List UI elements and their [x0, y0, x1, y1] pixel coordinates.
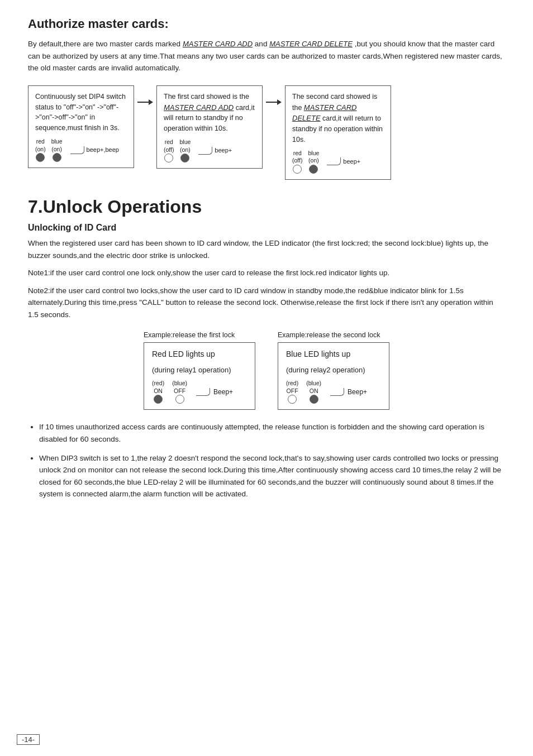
example-2-block: Example:release the second lock Blue LED… — [278, 331, 389, 410]
master-add-italic: MASTER CARD ADD — [164, 103, 234, 112]
bullet-item-1: If 10 times unauthorized access cards ar… — [39, 421, 505, 445]
master-delete-link: MASTER CARD DELETE — [269, 40, 353, 48]
flow-box-3: The second card showed is the MASTER CAR… — [285, 85, 391, 180]
flow-diagram: Continuously set DIP4 switch status to "… — [28, 85, 505, 180]
ex2-blue-on — [310, 395, 318, 404]
page-number: -14- — [17, 734, 40, 745]
example-2-indicator: (red) OFF (blue) ON Beep+ — [286, 380, 381, 404]
ex1-blue-off — [175, 395, 184, 404]
unlock-section: 7.Unlock Operations Unlocking of ID Card… — [28, 197, 505, 500]
red-led-off — [164, 154, 173, 162]
blue-led-on-3 — [309, 165, 318, 174]
example-1-subtitle: (during relay1 operation) — [152, 365, 247, 376]
authorize-section: Authorize master cards: By default,there… — [28, 17, 505, 180]
authorize-title: Authorize master cards: — [28, 17, 505, 31]
unlock-note2: Note2:if the user card control two locks… — [28, 285, 505, 321]
flow-box-2: The first card showed is the MASTER CARD… — [156, 85, 263, 169]
svg-marker-3 — [277, 99, 282, 105]
example-1-box: Red LED lights up (during relay1 operati… — [144, 342, 255, 410]
beep-curve-ex2 — [330, 388, 344, 396]
red-led-on — [36, 153, 45, 162]
flow-box-2-beep: beep+ — [197, 146, 232, 155]
authorize-connector: and — [255, 40, 268, 48]
example-2-beep: Beep+ — [329, 387, 367, 397]
flow-box-1-beep: beep+,beep — [69, 145, 119, 155]
example-2-title: Blue LED lights up — [286, 348, 381, 360]
flow-box-1-indicator: red (on) blue (on) beep+,beep — [35, 138, 127, 162]
flow-box-2-indicator: red (off) blue (on) beep+ — [164, 138, 255, 162]
example-section: Example:release the first lock Red LED l… — [28, 331, 505, 410]
authorize-intro-text: By default,there are two master cards ma… — [28, 40, 180, 48]
ex2-red-off — [288, 395, 297, 404]
flow-box-3-indicator: red (off) blue (on) beep+ — [292, 150, 384, 174]
master-add-link: MASTER CARD ADD — [183, 40, 253, 48]
flow-box-2-led2: blue (on) — [179, 138, 191, 162]
blue-led-on-2 — [180, 154, 189, 162]
beep-curve-ex1 — [196, 388, 210, 396]
example-1-led1: (red) ON — [152, 380, 164, 404]
beep-curve-icon-2 — [198, 147, 212, 155]
flow-box-1: Continuously set DIP4 switch status to "… — [28, 85, 134, 168]
example-1-label: Example:release the first lock — [144, 331, 255, 339]
beep-curve-icon — [70, 146, 84, 154]
flow-box-3-led2: blue (on) — [308, 150, 319, 174]
example-1-title: Red LED lights up — [152, 348, 247, 360]
flow-box-1-led1: red (on) — [35, 138, 46, 162]
authorize-intro-paragraph: By default,there are two master cards ma… — [28, 38, 505, 74]
ex1-red-on — [154, 395, 163, 404]
example-2-box: Blue LED lights up (during relay2 operat… — [278, 342, 389, 410]
blue-led-on — [53, 153, 61, 162]
unlock-title: 7.Unlock Operations — [28, 197, 505, 217]
flow-box-3-text: The second card showed is the MASTER CAR… — [292, 92, 384, 145]
unlock-note1: Note1:if the user card control one lock … — [28, 267, 505, 279]
flow-arrow-2 — [263, 97, 285, 108]
master-delete-italic: MASTER CARD DELETE — [292, 103, 356, 123]
example-2-led1: (red) OFF — [286, 380, 298, 404]
flow-box-2-led1: red (off) — [164, 138, 174, 162]
flow-arrow-1 — [134, 97, 156, 108]
svg-marker-1 — [149, 99, 153, 105]
example-1-block: Example:release the first lock Red LED l… — [144, 331, 255, 410]
flow-box-1-text: Continuously set DIP4 switch status to "… — [35, 92, 127, 133]
unlock-subsection: Unlocking of ID Card — [28, 223, 505, 233]
flow-box-2-text: The first card showed is the MASTER CARD… — [164, 92, 255, 134]
example-1-indicator: (red) ON (blue) OFF Beep+ — [152, 380, 247, 404]
bullet-item-2: When DIP3 switch is set to 1,the relay 2… — [39, 452, 505, 500]
example-1-beep: Beep+ — [195, 387, 233, 397]
flow-box-1-led2: blue (on) — [51, 138, 63, 162]
flow-box-3-beep: beep+ — [326, 157, 360, 166]
example-2-label: Example:release the second lock — [278, 331, 389, 339]
example-2-subtitle: (during relay2 operation) — [286, 365, 381, 376]
red-led-off-3 — [293, 165, 302, 174]
beep-curve-icon-3 — [327, 157, 341, 165]
example-1-led2: (blue) OFF — [172, 380, 187, 404]
flow-box-3-led1: red (off) — [292, 150, 302, 174]
unlock-para1: When the registered user card has been s… — [28, 237, 505, 261]
example-2-led2: (blue) ON — [306, 380, 321, 404]
bullet-list: If 10 times unauthorized access cards ar… — [28, 421, 505, 500]
